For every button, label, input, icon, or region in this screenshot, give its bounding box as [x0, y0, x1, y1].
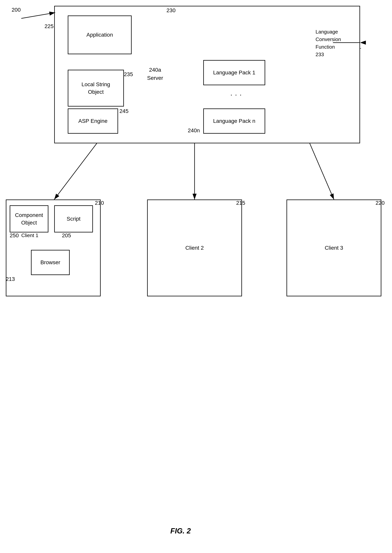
lang-conversion-label: LanguageConversionFunction233: [315, 28, 341, 58]
client3-box: Client 3: [287, 199, 381, 296]
application-label: Application: [86, 32, 113, 38]
figure-label: FIG. 2: [170, 527, 191, 535]
server-number: 230: [167, 7, 175, 14]
lang-pack-1-label: Language Pack 1: [213, 70, 255, 76]
client2-box: Client 2: [147, 199, 242, 296]
browser-label: Browser: [41, 259, 60, 266]
client3-label: Client 3: [325, 245, 343, 251]
lang-pack-n-number: 240n: [188, 128, 200, 134]
client1-inner-label: Client 1: [21, 233, 38, 238]
server-sub-label: 225: [44, 23, 54, 29]
asp-engine-number: 245: [119, 108, 129, 114]
dots: . . .: [230, 89, 242, 97]
application-box: Application: [68, 15, 132, 54]
component-object-box: ComponentObject: [10, 205, 48, 233]
browser-number: 213: [6, 276, 15, 282]
client2-number: 215: [236, 200, 245, 206]
svg-line-6: [310, 143, 334, 199]
component-object-number: 250: [10, 233, 19, 239]
script-label: Script: [67, 216, 81, 222]
script-box: Script: [54, 205, 93, 233]
local-string-number: 235: [124, 71, 133, 78]
server-inner-label: 240aServer: [147, 66, 163, 82]
lang-pack-1-box: Language Pack 1: [203, 60, 265, 85]
component-object-label: ComponentObject: [15, 211, 43, 227]
asp-engine-label: ASP Engine: [78, 118, 108, 124]
script-number: 205: [62, 233, 71, 239]
lang-pack-n-box: Language Pack n: [203, 108, 265, 134]
browser-box: Browser: [31, 250, 70, 275]
client1-number: 210: [95, 200, 104, 206]
main-label: 200: [12, 7, 21, 13]
svg-line-4: [54, 143, 97, 199]
local-string-label: Local StringObject: [82, 81, 110, 96]
asp-engine-box: ASP Engine: [68, 108, 118, 134]
svg-line-2: [21, 13, 55, 18]
local-string-box: Local StringObject: [68, 70, 124, 106]
client2-label: Client 2: [185, 245, 204, 251]
client3-number: 220: [376, 200, 385, 206]
lang-pack-n-label: Language Pack n: [213, 118, 255, 124]
